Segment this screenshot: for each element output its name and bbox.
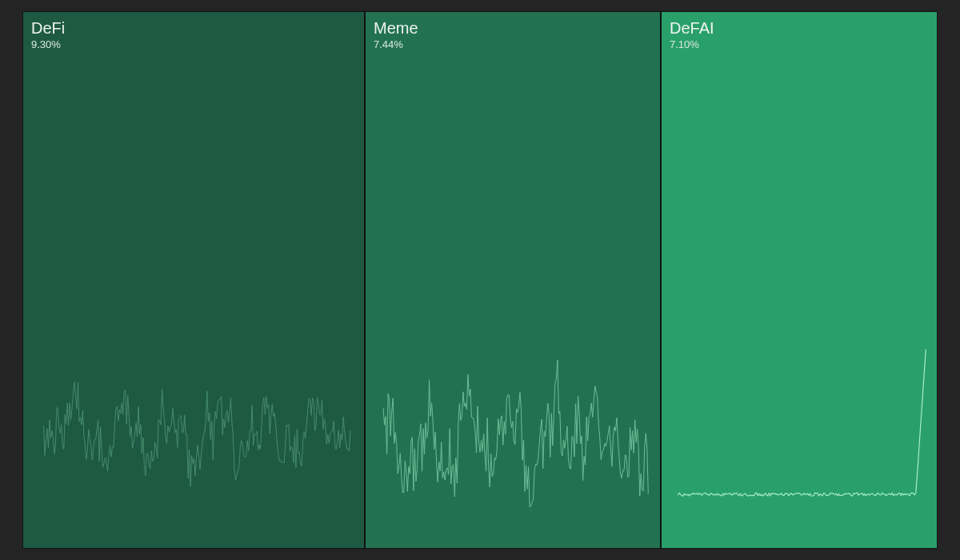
tile-title: DeFAI bbox=[670, 18, 714, 38]
sparkline-defi bbox=[23, 12, 364, 548]
sparkline-defai bbox=[662, 12, 937, 548]
tile-percent: 7.10% bbox=[670, 38, 714, 50]
tile-label: Meme 7.44% bbox=[374, 18, 418, 50]
sector-treemap: DeFi 9.30% Meme 7.44% DeFAI 7.10% bbox=[22, 11, 938, 549]
sparkline-meme bbox=[366, 12, 660, 548]
tile-title: DeFi bbox=[31, 18, 65, 38]
tile-title: Meme bbox=[374, 18, 418, 38]
tile-percent: 7.44% bbox=[374, 38, 418, 50]
tile-defai[interactable]: DeFAI 7.10% bbox=[661, 11, 938, 549]
tile-label: DeFAI 7.10% bbox=[670, 18, 714, 50]
tile-percent: 9.30% bbox=[31, 38, 65, 50]
tile-label: DeFi 9.30% bbox=[31, 18, 65, 50]
tile-meme[interactable]: Meme 7.44% bbox=[365, 11, 661, 549]
tile-defi[interactable]: DeFi 9.30% bbox=[22, 11, 365, 549]
